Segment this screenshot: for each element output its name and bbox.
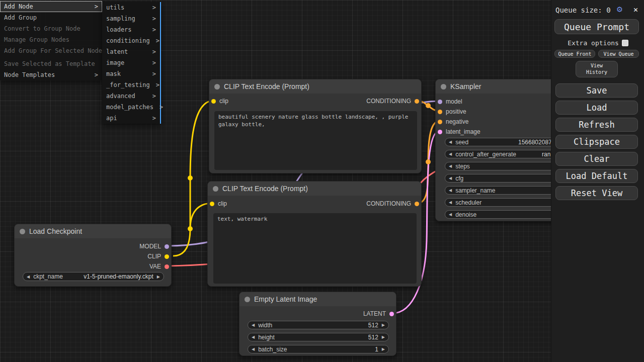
- widget-scheduler[interactable]: ◀ scheduler: [445, 198, 566, 207]
- node-header[interactable]: Load Checkpoint: [15, 224, 171, 238]
- input-slot-clip: clip: [210, 200, 227, 208]
- widget-control-after-generate[interactable]: ◀ control_after_generate ran: [445, 150, 566, 158]
- clipspace-button[interactable]: Clipspace: [555, 135, 638, 149]
- collapse-dot-icon[interactable]: [245, 297, 250, 302]
- extra-options-checkbox[interactable]: [622, 40, 628, 46]
- submenu-item-api[interactable]: api >: [102, 113, 160, 124]
- decrement-arrow-icon[interactable]: ◀: [449, 200, 452, 205]
- conditioning-slot-dot[interactable]: [415, 202, 419, 206]
- wire-midpoint-dot[interactable]: [426, 159, 431, 164]
- context-menu: Add Node > Add Group Convert to Group No…: [0, 1, 102, 80]
- wire-midpoint-dot[interactable]: [188, 226, 193, 231]
- next-arrow-icon[interactable]: ▶: [157, 275, 160, 279]
- clip-slot-dot[interactable]: [165, 254, 169, 259]
- decrement-arrow-icon[interactable]: ◀: [449, 140, 452, 144]
- prompt-textarea[interactable]: beautiful scenery nature glass bottle la…: [214, 111, 417, 170]
- decrement-arrow-icon[interactable]: ◀: [252, 323, 255, 327]
- decrement-arrow-icon[interactable]: ◀: [449, 188, 452, 193]
- node-clip-text-encode-positive[interactable]: CLIP Text Encode (Prompt) clip CONDITION…: [209, 79, 422, 173]
- widget-denoise[interactable]: ◀ denoise: [445, 210, 566, 219]
- submenu-item-latent[interactable]: latent >: [102, 46, 160, 57]
- increment-arrow-icon[interactable]: ▶: [382, 347, 385, 351]
- node-canvas[interactable]: CLIP Text Encode (Prompt) clip CONDITION…: [0, 0, 644, 362]
- collapse-dot-icon[interactable]: [441, 84, 446, 89]
- view-queue-button[interactable]: View Queue: [598, 50, 639, 58]
- menu-item-add-node[interactable]: Add Node >: [0, 1, 102, 12]
- clip-slot-dot[interactable]: [210, 202, 214, 206]
- wire-midpoint-dot[interactable]: [426, 103, 431, 108]
- conditioning-slot-dot[interactable]: [438, 110, 442, 114]
- widget-sampler-name[interactable]: ◀ sampler_name: [445, 186, 566, 195]
- wire-midpoint-dot[interactable]: [188, 175, 193, 180]
- load-default-button[interactable]: Load Default: [555, 169, 638, 183]
- node-header[interactable]: CLIP Text Encode (Prompt): [209, 79, 421, 94]
- submenu-item-sampling[interactable]: sampling >: [102, 13, 160, 24]
- extra-options-row: Extra options: [551, 39, 644, 47]
- widget-steps[interactable]: ◀ steps: [445, 162, 566, 170]
- refresh-button[interactable]: Refresh: [555, 118, 638, 132]
- widget-width[interactable]: ◀ width 512 ▶: [248, 321, 389, 329]
- node-empty-latent-image[interactable]: Empty Latent Image LATENT ◀ width 512 ▶ …: [239, 292, 396, 356]
- queue-prompt-button[interactable]: Queue Prompt: [554, 19, 639, 34]
- view-history-label-line1: View: [591, 63, 603, 69]
- clip-slot-dot[interactable]: [211, 99, 216, 104]
- decrement-arrow-icon[interactable]: ◀: [449, 176, 452, 180]
- slot-label: CONDITIONING: [366, 200, 411, 207]
- submenu-arrow-icon: >: [152, 59, 156, 66]
- queue-front-button[interactable]: Queue Front: [554, 50, 595, 58]
- menu-item-manage-group-nodes: Manage Group Nodes: [0, 34, 102, 45]
- submenu-item-mask[interactable]: mask >: [102, 68, 160, 79]
- conditioning-slot-dot[interactable]: [438, 120, 442, 124]
- node-header[interactable]: CLIP Text Encode (Prompt): [208, 182, 421, 196]
- menu-item-add-group-for-selected: Add Group For Selected Nodes: [0, 45, 102, 56]
- save-button[interactable]: Save: [555, 83, 638, 98]
- submenu-item-loaders[interactable]: loaders >: [102, 24, 160, 35]
- submenu-item-advanced[interactable]: advanced >: [102, 90, 160, 102]
- clear-button[interactable]: Clear: [555, 152, 638, 166]
- vae-slot-dot[interactable]: [165, 264, 169, 269]
- model-slot-dot[interactable]: [438, 100, 442, 104]
- latent-slot-dot[interactable]: [389, 312, 394, 316]
- widget-height[interactable]: ◀ height 512 ▶: [248, 333, 389, 341]
- collapse-dot-icon[interactable]: [213, 186, 218, 192]
- node-header[interactable]: Empty Latent Image: [239, 292, 396, 306]
- widget-cfg[interactable]: ◀ cfg: [445, 174, 566, 183]
- settings-gear-icon[interactable]: ⚙: [617, 4, 622, 14]
- submenu-item-utils[interactable]: utils >: [102, 2, 160, 13]
- increment-arrow-icon[interactable]: ▶: [382, 335, 385, 339]
- node-title: Empty Latent Image: [254, 295, 317, 303]
- node-load-checkpoint[interactable]: Load Checkpoint MODEL CLIP VAE ◀ ckpt_na…: [14, 224, 172, 287]
- conditioning-slot-dot[interactable]: [415, 99, 419, 104]
- widget-ckpt-name[interactable]: ◀ ckpt_name v1-5-pruned-emaonly.ckpt ▶: [23, 272, 164, 281]
- collapse-dot-icon[interactable]: [214, 84, 220, 89]
- menu-item-node-templates[interactable]: Node Templates >: [0, 69, 102, 80]
- menu-item-label: Convert to Group Node: [4, 25, 80, 32]
- decrement-arrow-icon[interactable]: ◀: [449, 152, 452, 156]
- node-clip-text-encode-negative[interactable]: CLIP Text Encode (Prompt) clip CONDITION…: [207, 181, 422, 287]
- load-button[interactable]: Load: [555, 101, 638, 115]
- widget-seed[interactable]: ◀ seed 1566802087: [445, 138, 566, 146]
- widget-batch-size[interactable]: ◀ batch_size 1 ▶: [248, 345, 389, 353]
- submenu-item-conditioning[interactable]: conditioning >: [102, 35, 160, 46]
- reset-view-button[interactable]: Reset View: [555, 186, 638, 200]
- submenu-item-image[interactable]: image >: [102, 57, 160, 68]
- prev-arrow-icon[interactable]: ◀: [27, 275, 30, 279]
- prompt-textarea[interactable]: text, watermark: [213, 213, 417, 284]
- view-history-button[interactable]: View History: [576, 61, 618, 77]
- decrement-arrow-icon[interactable]: ◀: [252, 347, 255, 351]
- output-slot-latent: LATENT: [363, 310, 394, 318]
- model-slot-dot[interactable]: [165, 244, 169, 249]
- submenu-item-model-patches[interactable]: model_patches >: [102, 102, 160, 113]
- decrement-arrow-icon[interactable]: ◀: [252, 335, 255, 339]
- output-slot-clip: CLIP: [147, 252, 169, 260]
- submenu-item-for-testing[interactable]: _for_testing >: [102, 79, 160, 90]
- decrement-arrow-icon[interactable]: ◀: [449, 212, 452, 217]
- collapse-dot-icon[interactable]: [20, 229, 25, 234]
- close-icon[interactable]: ✕: [633, 5, 638, 14]
- latent-slot-dot[interactable]: [438, 130, 442, 134]
- decrement-arrow-icon[interactable]: ◀: [449, 164, 452, 168]
- slot-label: negative: [446, 118, 468, 125]
- menu-item-add-group[interactable]: Add Group: [0, 12, 102, 23]
- submenu-arrow-icon: >: [152, 15, 156, 22]
- increment-arrow-icon[interactable]: ▶: [382, 323, 385, 327]
